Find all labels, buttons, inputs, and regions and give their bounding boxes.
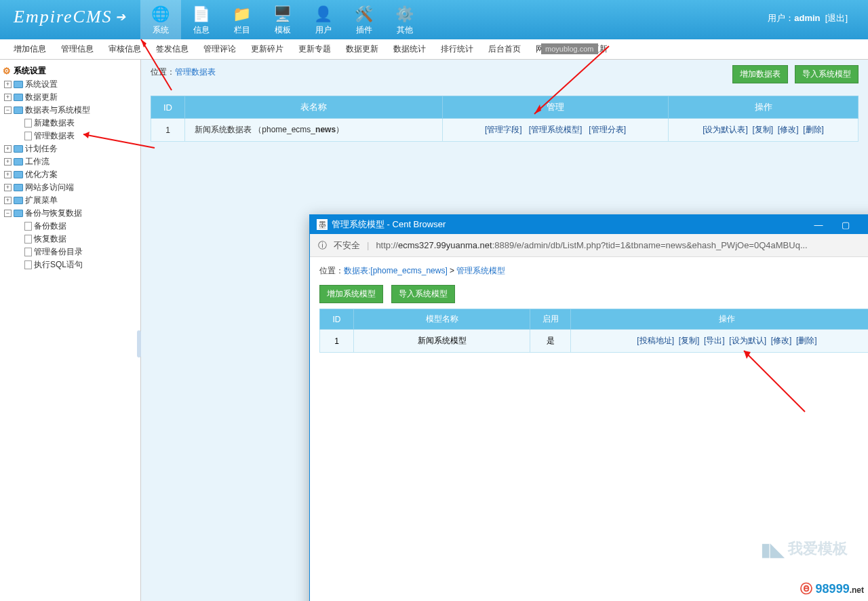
- th-id: ID: [151, 96, 185, 119]
- nav-other[interactable]: ⚙️其他: [384, 0, 425, 39]
- nav-template[interactable]: 🖥️模板: [262, 0, 303, 39]
- svg-line-6: [744, 351, 805, 412]
- cell-id: 1: [151, 119, 185, 142]
- tree-item[interactable]: 管理数据表: [3, 130, 138, 142]
- tree-item[interactable]: +数据更新: [3, 91, 138, 104]
- subnav-item[interactable]: 签发信息: [156, 43, 189, 55]
- manage-sub-link[interactable]: [管理分表]: [589, 125, 626, 134]
- tree-item[interactable]: −数据表与系统模型: [3, 104, 138, 117]
- nav-column[interactable]: 📁栏目: [222, 0, 262, 39]
- popup-title-text: 管理系统模型 - Cent Browser: [332, 218, 446, 231]
- subnav-item[interactable]: 后台首页: [488, 43, 521, 55]
- tree-item[interactable]: +工作流: [3, 155, 138, 168]
- crumb-table-link[interactable]: 数据表:[phome_ecms_news]: [344, 266, 448, 275]
- post-addr-link[interactable]: [投稿地址]: [637, 336, 674, 345]
- subnav-item[interactable]: 排行统计: [441, 43, 473, 55]
- import-model-button[interactable]: 导入系统模型: [795, 65, 859, 83]
- set-default-link[interactable]: [设为默认]: [729, 336, 766, 345]
- tree-root[interactable]: ⚙系统设置: [3, 64, 138, 78]
- add-model-button[interactable]: 增加系统模型: [319, 285, 383, 303]
- subnav-item[interactable]: 管理信息: [61, 43, 94, 55]
- expand-icon[interactable]: −: [4, 210, 12, 217]
- tree-item[interactable]: +优化方案: [3, 168, 138, 181]
- folder-icon: [14, 106, 23, 114]
- breadcrumb-link[interactable]: 管理数据表: [175, 67, 216, 77]
- popup-titlebar[interactable]: 墨 管理系统模型 - Cent Browser — ▢ ✕: [310, 215, 868, 234]
- nav-user[interactable]: 👤用户: [303, 0, 344, 39]
- expand-icon[interactable]: +: [4, 145, 12, 153]
- username: admin: [794, 13, 820, 23]
- window-icon: 🖥️: [273, 4, 293, 24]
- th-ops: 操作: [571, 309, 869, 330]
- file-icon: [24, 235, 32, 244]
- tree-item[interactable]: 备份数据: [3, 220, 138, 233]
- expand-icon[interactable]: +: [4, 94, 12, 101]
- expand-icon[interactable]: +: [4, 184, 12, 191]
- sub-nav: 增加信息 管理信息 审核信息 签发信息 管理评论 更新碎片 更新专题 数据更新 …: [0, 39, 868, 60]
- th-ops: 操作: [669, 96, 859, 119]
- edit-link[interactable]: [修改]: [771, 336, 792, 345]
- expand-icon[interactable]: +: [4, 158, 12, 166]
- expand-icon[interactable]: +: [4, 171, 12, 178]
- folder-icon: [14, 158, 23, 166]
- logo: EmpireCMS➔: [0, 0, 140, 34]
- expand-icon[interactable]: −: [4, 106, 12, 114]
- crumb-current-link[interactable]: 管理系统模型: [456, 266, 505, 275]
- subnav-item[interactable]: 数据统计: [393, 43, 426, 55]
- maximize-button[interactable]: ▢: [832, 220, 859, 230]
- edit-link[interactable]: [修改]: [778, 125, 799, 134]
- expand-icon[interactable]: +: [4, 197, 12, 204]
- tree-label: 管理数据表: [34, 130, 75, 142]
- nav-info[interactable]: 📄信息: [181, 0, 222, 39]
- table-row: 1 新闻系统模型 是 [投稿地址] [复制] [导出] [设为默认] [修改] …: [320, 330, 869, 353]
- close-button[interactable]: ✕: [859, 220, 868, 230]
- gear-icon: ⚙: [3, 66, 11, 76]
- tree-label: 优化方案: [25, 169, 58, 180]
- tree-label: 备份与恢复数据: [25, 208, 82, 219]
- delete-link[interactable]: [删除]: [803, 125, 824, 134]
- copy-link[interactable]: [复制]: [752, 125, 773, 134]
- subnav-item[interactable]: 审核信息: [108, 43, 141, 55]
- th-name: 表名称: [185, 96, 443, 119]
- cell-ops: [设为默认表] [复制] [修改] [删除]: [669, 119, 859, 142]
- delete-link[interactable]: [删除]: [796, 336, 817, 345]
- folder-icon: [14, 197, 23, 204]
- tree-item[interactable]: +网站多访问端: [3, 181, 138, 194]
- import-model-button[interactable]: 导入系统模型: [391, 285, 455, 303]
- manage-model-link[interactable]: [管理系统模型]: [529, 125, 583, 134]
- arrow-icon: ➔: [115, 9, 127, 24]
- expand-icon[interactable]: +: [4, 81, 12, 88]
- splitter-handle[interactable]: [137, 330, 141, 357]
- nav-plugin[interactable]: 🛠️插件: [344, 0, 384, 39]
- export-link[interactable]: [导出]: [704, 336, 725, 345]
- subnav-item[interactable]: 数据更新: [346, 43, 378, 55]
- tree-label: 网站多访问端: [25, 182, 74, 193]
- logout-link[interactable]: [退出]: [825, 13, 848, 23]
- address-bar[interactable]: ⓘ 不安全 | http://ecms327.99yuanma.net:8889…: [310, 234, 868, 257]
- add-table-button[interactable]: 增加数据表: [732, 65, 788, 83]
- tree-label: 系统设置: [25, 79, 58, 90]
- tree-item[interactable]: 管理备份目录: [3, 246, 138, 258]
- th-name: 模型名称: [354, 309, 530, 330]
- top-header: EmpireCMS➔ 🌐系统 📄信息 📁栏目 🖥️模板 👤用户 🛠️插件 ⚙️其…: [0, 0, 868, 39]
- tree-item[interactable]: −备份与恢复数据: [3, 207, 138, 220]
- manage-fields-link[interactable]: [管理字段]: [485, 125, 522, 134]
- globe-icon: 🌐: [151, 4, 171, 24]
- subnav-item[interactable]: 更新碎片: [251, 43, 283, 55]
- nav-system[interactable]: 🌐系统: [140, 0, 181, 39]
- subnav-item[interactable]: 管理评论: [203, 43, 236, 55]
- tree-item[interactable]: +计划任务: [3, 142, 138, 155]
- tree-label: 工作流: [25, 156, 50, 168]
- folder-icon: [14, 94, 23, 101]
- tree-item[interactable]: 新建数据表: [3, 117, 138, 130]
- minimize-button[interactable]: —: [805, 220, 832, 230]
- tree-item[interactable]: 恢复数据: [3, 233, 138, 246]
- th-enabled: 启用: [530, 309, 571, 330]
- tree-item[interactable]: +扩展菜单: [3, 194, 138, 207]
- set-default-link[interactable]: [设为默认表]: [703, 125, 748, 134]
- subnav-item[interactable]: 更新专题: [298, 43, 331, 55]
- copy-link[interactable]: [复制]: [679, 336, 700, 345]
- tree-item[interactable]: +系统设置: [3, 78, 138, 91]
- subnav-item[interactable]: 增加信息: [14, 43, 46, 55]
- tree-item[interactable]: 执行SQL语句: [3, 258, 138, 271]
